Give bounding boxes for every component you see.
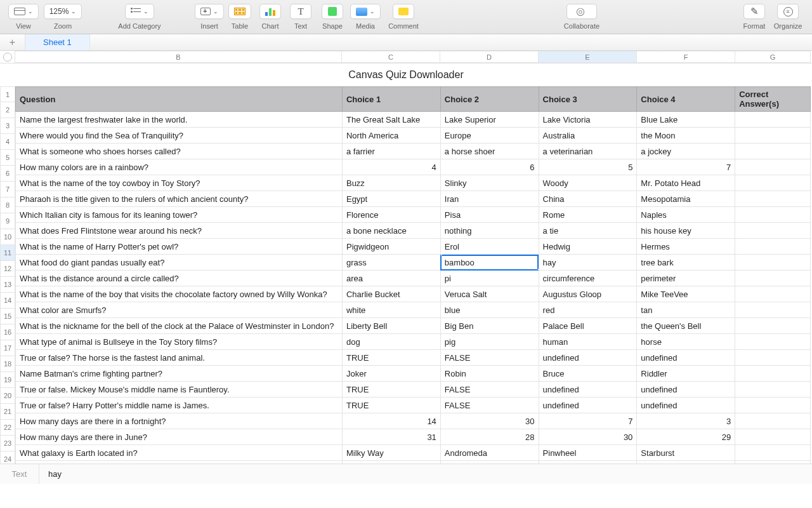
cell[interactable]: Starburst [637, 445, 735, 461]
cell[interactable]: a horse shoer [440, 144, 539, 159]
row-header[interactable]: 7 [0, 182, 15, 197]
cell[interactable] [735, 128, 811, 144]
format-button[interactable]: ✎ [743, 4, 765, 19]
cell[interactable]: Iran [440, 191, 539, 207]
cell[interactable]: Where would you find the Sea of Tranquil… [16, 128, 343, 144]
cell[interactable]: What does Fred Flintstone wear around hi… [16, 223, 343, 239]
cell[interactable]: Palace Bell [539, 318, 637, 334]
cell[interactable]: How many days are there in a fortnight? [16, 413, 343, 429]
cell[interactable] [735, 382, 811, 398]
cell[interactable]: 4 [342, 159, 440, 175]
select-all-corner[interactable] [0, 51, 15, 63]
chart-button[interactable] [259, 4, 281, 19]
cell[interactable]: Augustus Gloop [539, 286, 637, 302]
cell[interactable]: 31 [342, 429, 440, 445]
cell[interactable]: perimeter [637, 271, 735, 286]
cell[interactable]: Slinky [440, 175, 539, 191]
cell[interactable]: Bruce [539, 366, 637, 382]
cell[interactable]: 14 [342, 413, 440, 429]
cell[interactable]: Mike TeeVee [637, 286, 735, 302]
cell[interactable]: 7 [539, 413, 637, 429]
cell[interactable]: a farrier [342, 144, 440, 159]
row-header[interactable]: 19 [0, 372, 15, 388]
row-header[interactable]: 22 [0, 420, 15, 436]
cell[interactable]: a veterinarian [539, 144, 637, 159]
table-title[interactable]: Canvas Quiz Downloader [0, 64, 812, 86]
cell[interactable]: What is the distance around a circle cal… [16, 271, 343, 286]
column-header-D[interactable]: D [440, 51, 539, 63]
cell[interactable] [735, 223, 811, 239]
table-header-cell[interactable]: Choice 2 [440, 87, 539, 112]
text-button[interactable]: T [290, 4, 311, 19]
spreadsheet-grid[interactable]: Canvas Quiz Downloader 12345678910111213… [0, 64, 812, 484]
cell[interactable]: area [342, 271, 440, 286]
cell[interactable] [735, 302, 811, 318]
cell[interactable]: FALSE [440, 398, 539, 413]
column-header-C[interactable]: C [342, 51, 440, 63]
cell[interactable]: Australia [539, 128, 637, 144]
cell[interactable]: Florence [342, 207, 440, 223]
cell[interactable]: Lake Victoria [539, 112, 637, 128]
cell[interactable]: 6 [440, 159, 539, 175]
collaborate-button[interactable] [566, 4, 597, 19]
cell[interactable]: white [342, 302, 440, 318]
cell[interactable]: How many days are there in June? [16, 429, 343, 445]
column-header-G[interactable]: G [735, 51, 811, 63]
cell[interactable]: Mesopotamia [637, 191, 735, 207]
cell[interactable]: 7 [637, 159, 735, 175]
comment-button[interactable] [393, 4, 414, 19]
cell[interactable]: hay [539, 255, 637, 271]
cell[interactable]: Name the largest freshwater lake in the … [16, 112, 343, 128]
cell[interactable]: True or false? The horse is the fastest … [16, 350, 343, 366]
cell[interactable]: pig [440, 334, 539, 350]
table-header-cell[interactable]: Correct Answer(s) [735, 87, 811, 112]
table-header-cell[interactable]: Question [16, 87, 343, 112]
cell[interactable] [735, 239, 811, 255]
cell[interactable]: tan [637, 302, 735, 318]
cell[interactable]: Blue Lake [637, 112, 735, 128]
cell[interactable] [735, 191, 811, 207]
cell[interactable] [735, 350, 811, 366]
cell[interactable]: 3 [637, 413, 735, 429]
row-header[interactable]: 3 [0, 118, 15, 134]
row-header[interactable]: 9 [0, 213, 15, 229]
row-header[interactable]: 6 [0, 166, 15, 182]
row-header[interactable]: 21 [0, 404, 15, 420]
add-sheet-button[interactable]: + [0, 34, 25, 50]
cell[interactable]: his house key [637, 223, 735, 239]
cell[interactable]: the Queen's Bell [637, 318, 735, 334]
cell[interactable]: Milky Way [342, 445, 440, 461]
shape-button[interactable] [322, 4, 343, 19]
cell[interactable]: True or false? Harry Potter's middle nam… [16, 398, 343, 413]
cell[interactable]: Robin [440, 366, 539, 382]
cell[interactable] [735, 175, 811, 191]
cell[interactable]: FALSE [440, 350, 539, 366]
cell[interactable] [735, 207, 811, 223]
insert-button[interactable]: ⌄ [195, 4, 224, 19]
cell[interactable]: TRUE [342, 398, 440, 413]
cell[interactable]: the Moon [637, 128, 735, 144]
zoom-button[interactable]: 125%⌄ [44, 4, 82, 19]
cell[interactable]: a bone necklace [342, 223, 440, 239]
row-header[interactable]: 13 [0, 277, 15, 293]
cell[interactable]: Pigwidgeon [342, 239, 440, 255]
sheet-tab[interactable]: Sheet 1 [25, 34, 90, 50]
cell[interactable] [735, 286, 811, 302]
cell[interactable]: bamboo [440, 255, 539, 271]
formula-bar-value[interactable]: hay [39, 469, 62, 479]
cell[interactable]: Pinwheel [539, 445, 637, 461]
cell[interactable]: Joker [342, 366, 440, 382]
organize-button[interactable]: ≡ [777, 4, 799, 19]
cell[interactable] [735, 398, 811, 413]
cell[interactable] [735, 271, 811, 286]
cell[interactable]: What is the name of Harry Potter's pet o… [16, 239, 343, 255]
cell[interactable]: Veruca Salt [440, 286, 539, 302]
cell[interactable]: undefined [539, 382, 637, 398]
cell[interactable]: What type of animal is Bullseye in the T… [16, 334, 343, 350]
table-header-cell[interactable]: Choice 4 [637, 87, 735, 112]
cell[interactable] [735, 429, 811, 445]
row-header[interactable]: 12 [0, 261, 15, 277]
cell[interactable]: The Great Salt Lake [342, 112, 440, 128]
cell[interactable]: Lake Superior [440, 112, 539, 128]
cell[interactable]: Erol [440, 239, 539, 255]
